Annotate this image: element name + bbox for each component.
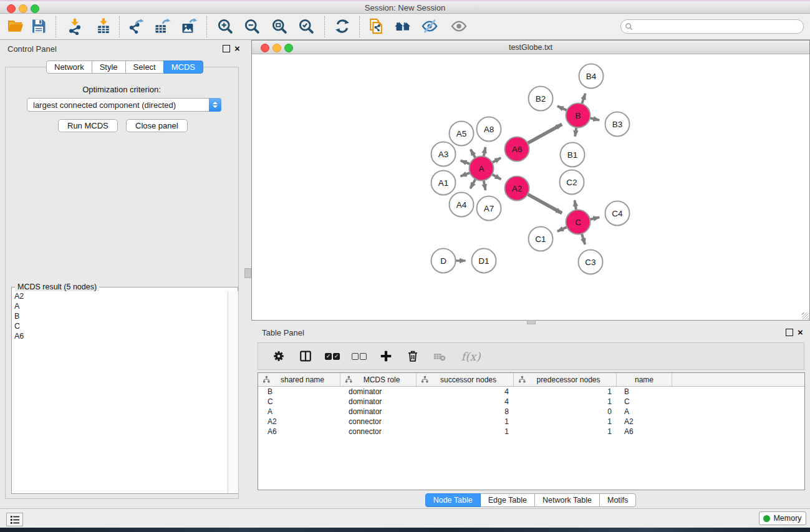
function-builder-icon[interactable]: f(x) bbox=[458, 348, 483, 364]
toolbar-separator bbox=[359, 16, 360, 37]
table-cell[interactable]: A2 bbox=[258, 417, 340, 427]
table-row[interactable]: A dominator 8 0 A bbox=[258, 407, 804, 417]
window-resize-grip[interactable] bbox=[802, 312, 809, 319]
graph-node-label: C2 bbox=[566, 178, 577, 187]
tab-mcds[interactable]: MCDS bbox=[163, 60, 203, 74]
table-cell[interactable]: 4 bbox=[417, 387, 514, 397]
table-cell[interactable]: B bbox=[258, 387, 340, 397]
import-network-icon[interactable] bbox=[64, 16, 85, 37]
vertical-splitter-grip[interactable] bbox=[244, 268, 251, 278]
zoom-out-icon[interactable] bbox=[241, 16, 263, 37]
table-toolbar: ✓✓ f(x) bbox=[258, 342, 804, 370]
table-cell[interactable]: connector bbox=[340, 417, 417, 427]
zoom-selected-icon[interactable] bbox=[296, 16, 317, 37]
table-cell[interactable]: C bbox=[617, 397, 672, 407]
column-header[interactable]: name bbox=[617, 373, 672, 386]
home-layout-icon[interactable] bbox=[392, 16, 413, 37]
zoom-in-icon[interactable] bbox=[215, 16, 236, 37]
open-session-icon[interactable] bbox=[5, 16, 26, 37]
table-panel-title: Table Panel bbox=[262, 328, 304, 337]
column-header[interactable]: MCDS role bbox=[340, 373, 417, 386]
tab-motifs[interactable]: Motifs bbox=[599, 493, 636, 507]
table-panel-close-icon[interactable]: × bbox=[798, 328, 803, 337]
table-cell[interactable]: A bbox=[617, 407, 672, 417]
table-cell[interactable]: dominator bbox=[340, 397, 417, 407]
control-panel-tabs: Network Style Select MCDS bbox=[46, 60, 203, 74]
table-row[interactable]: B dominator 4 1 B bbox=[258, 387, 804, 397]
table-cell[interactable]: B bbox=[617, 387, 672, 397]
delete-column-trash-icon[interactable] bbox=[405, 348, 421, 364]
save-session-icon[interactable] bbox=[28, 16, 49, 37]
table-cell[interactable]: 4 bbox=[417, 397, 514, 407]
table-cell[interactable]: 8 bbox=[417, 407, 514, 417]
task-history-list-icon[interactable] bbox=[6, 513, 23, 526]
table-cell[interactable]: 1 bbox=[417, 417, 514, 427]
show-details-eye-icon[interactable] bbox=[448, 16, 470, 37]
column-header[interactable]: predecessor nodes bbox=[514, 373, 617, 386]
table-cell[interactable]: A6 bbox=[258, 427, 340, 437]
export-network-icon[interactable] bbox=[125, 16, 147, 37]
table-cell[interactable]: 1 bbox=[514, 417, 617, 427]
graph-edge-A-A6 bbox=[491, 158, 501, 163]
import-table-icon[interactable] bbox=[93, 16, 114, 37]
tab-style[interactable]: Style bbox=[92, 60, 126, 74]
memory-button[interactable]: Memory bbox=[759, 511, 806, 525]
table-cell[interactable]: dominator bbox=[340, 407, 417, 417]
search-input[interactable] bbox=[620, 19, 804, 34]
duplicate-network-icon[interactable] bbox=[365, 16, 387, 37]
control-panel-close-icon[interactable]: × bbox=[234, 44, 240, 53]
select-all-columns-icon[interactable]: ✓✓ bbox=[324, 348, 340, 364]
column-header[interactable]: successor nodes bbox=[417, 373, 514, 386]
table-cell[interactable]: 1 bbox=[514, 397, 617, 407]
refresh-view-icon[interactable] bbox=[332, 16, 353, 37]
add-column-icon[interactable] bbox=[378, 348, 394, 364]
export-table-icon[interactable] bbox=[152, 16, 173, 37]
control-panel-title: Control Panel bbox=[7, 44, 57, 54]
table-cell[interactable]: connector bbox=[340, 427, 417, 437]
result-list-scrollbar[interactable] bbox=[228, 291, 238, 493]
table-settings-gear-icon[interactable] bbox=[271, 348, 287, 364]
tab-node-table[interactable]: Node Table bbox=[425, 493, 481, 507]
tab-select[interactable]: Select bbox=[125, 60, 164, 74]
split-table-view-icon[interactable] bbox=[297, 348, 314, 364]
close-panel-button[interactable]: Close panel bbox=[126, 119, 188, 132]
table-row[interactable]: A6 connector 1 1 A6 bbox=[258, 427, 804, 437]
table-cell[interactable]: 1 bbox=[514, 387, 617, 397]
delete-table-icon[interactable] bbox=[432, 348, 448, 364]
table-cell[interactable]: 1 bbox=[417, 427, 514, 437]
table-cell[interactable]: 0 bbox=[514, 407, 617, 417]
tab-network[interactable]: Network bbox=[46, 60, 92, 74]
graph-node-label: A3 bbox=[438, 150, 449, 159]
table-panel-float-icon[interactable] bbox=[786, 329, 793, 338]
zoom-fit-icon[interactable] bbox=[269, 16, 290, 37]
tab-edge-table[interactable]: Edge Table bbox=[480, 493, 535, 507]
criterion-dropdown[interactable]: largest connected component (directed) bbox=[27, 98, 221, 112]
hide-details-eye-slash-icon[interactable] bbox=[419, 16, 440, 37]
table-cell[interactable]: dominator bbox=[340, 387, 417, 397]
table-cell[interactable]: A bbox=[258, 407, 340, 417]
graph-node-label: C1 bbox=[535, 235, 546, 244]
list-item[interactable]: A2 bbox=[12, 291, 228, 301]
network-graph[interactable]: AA1A2A3A4A5A6A7A8BB1B2B3B4CC1C2C3C4DD1 bbox=[252, 54, 809, 320]
control-panel-float-icon[interactable] bbox=[223, 45, 230, 54]
list-item[interactable]: C bbox=[12, 321, 228, 331]
table-cell[interactable]: 1 bbox=[514, 427, 617, 437]
deselect-all-columns-icon[interactable] bbox=[351, 348, 367, 364]
toolbar-separator bbox=[119, 16, 120, 37]
list-item[interactable]: A6 bbox=[12, 331, 228, 341]
tab-network-table[interactable]: Network Table bbox=[534, 493, 600, 507]
table-row[interactable]: C dominator 4 1 C bbox=[258, 397, 804, 407]
table-cell[interactable]: A2 bbox=[617, 417, 672, 427]
run-mcds-button[interactable]: Run MCDS bbox=[58, 119, 118, 132]
graph-edge-C-C2 bbox=[575, 200, 577, 211]
list-item[interactable]: A bbox=[12, 301, 228, 311]
list-item[interactable]: B bbox=[12, 311, 228, 321]
column-header[interactable]: shared name bbox=[258, 373, 340, 386]
table-cell[interactable]: A6 bbox=[617, 427, 672, 437]
toolbar-separator bbox=[324, 16, 325, 37]
network-window-titlebar[interactable]: testGlobe.txt bbox=[252, 41, 809, 54]
mcds-result-title: MCDS result (5 nodes) bbox=[15, 283, 99, 291]
export-image-icon[interactable] bbox=[178, 16, 200, 37]
table-cell[interactable]: C bbox=[258, 397, 340, 407]
table-row[interactable]: A2 connector 1 1 A2 bbox=[258, 417, 804, 427]
